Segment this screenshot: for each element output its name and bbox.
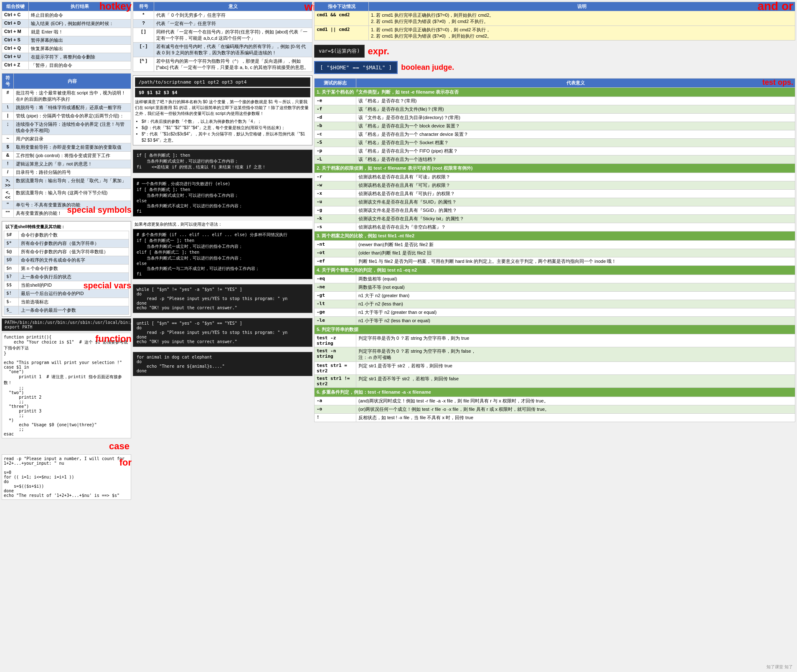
special-var-row: $0命令程序的文件名或命令的名字 xyxy=(4,256,129,265)
special-var-desc: 上一条命令的最后一个参数 xyxy=(19,306,129,315)
special-var-row: $n第 n 个命令行参数 xyxy=(4,265,129,273)
hotkey-key: Ctrl + U xyxy=(2,53,29,61)
special-var-name: $$ xyxy=(4,281,19,290)
hotkey-row: Ctrl + Q恢复屏幕的输出 xyxy=(2,45,131,53)
special-var-name: $! xyxy=(4,290,19,298)
andor-section: 指令下达情况 说明 cmd1 && cmd21. 若 cmd1 执行完毕且正确执… xyxy=(314,2,795,41)
hotkey-section: 组合按键 执行结果 Ctrl + C终止目前的命令Ctrl + D输入结束 (E… xyxy=(2,2,131,70)
test-ops-section-title: 1. 关于某个档名的『文件类型』判断，如 test -e filename 表示… xyxy=(315,88,795,97)
wildcard-col2-header: 意义 xyxy=(154,2,312,11)
test-ops-flag: -gt xyxy=(315,292,356,300)
symbol-desc: 取用变量前导符：亦即是变量之前需要加的变量取值 xyxy=(14,143,131,152)
test-ops-row: -d该『文件名』是否存在且为目录(directory)？(常用) xyxy=(315,114,795,122)
args-bullet-1: $#：代表后接的参数「个数」，以上表为例参数的个数为「4」； xyxy=(142,118,310,125)
test-ops-meaning: 侦测该文件名是否存在且具有『SGID』的属性？ xyxy=(356,206,795,215)
test-ops-section-title: 2. 关于档案的权限侦测，如 test -r filename 表示可读否 (r… xyxy=(315,164,795,173)
if-else-code: # 一个条件判断，分成功进行与失败进行 (else) if [ 条件判断式 ];… xyxy=(133,178,312,216)
test-ops-table: 测试的标志 代表意义 1. 关于某个档名的『文件类型』判断，如 test -e … xyxy=(314,78,795,422)
test-ops-meaning: 该『档名』是否存在且为一个连结档？ xyxy=(356,155,795,164)
hotkey-desc: 暂停屏幕的输出 xyxy=(29,36,131,45)
wildcard-char: ? xyxy=(133,20,154,28)
test-ops-section-title: 4. 关于两个整数之间的判定，例如 test n1 -eq n2 xyxy=(315,266,795,275)
test-ops-meaning: 判定 str1 是否等于 str2 ，若相等，则回传 true xyxy=(356,362,795,375)
test-ops-label: test ops. xyxy=(762,78,793,87)
symbol-desc: 数据流重导向：输出导向，分别是「取代」与「累加」 xyxy=(14,177,131,189)
andor-row: cmd1 && cmd21. 若 cmd1 执行完毕且正确执行($?=0)，则开… xyxy=(315,11,795,26)
special-vars-title: 以下是shell特殊变量及其功能： xyxy=(4,223,129,231)
symbol-char: / xyxy=(2,168,14,177)
test-ops-flag: test str1 = str2 xyxy=(315,362,356,375)
test-ops-row: -p该『档名』是否存在且为一个 FIFO (pipe) 档案？ xyxy=(315,147,795,155)
wildcard-row: *代表「 0 个到无穷多个」任意字符 xyxy=(133,11,312,20)
test-ops-section-title: 3. 两个档案之间的比较，例如 test file1 -nt file2 xyxy=(315,232,795,241)
test-ops-meaning: 侦测该档名是否存在且具有『可执行』的权限？ xyxy=(356,190,795,198)
test-ops-flag: -o xyxy=(315,405,356,414)
symbol-row: >, >>数据流重导向：输出导向，分别是「取代」与「累加」 xyxy=(2,177,131,189)
test-ops-flag: -ot xyxy=(315,249,356,257)
column-3: 指令下达情况 说明 cmd1 && cmd21. 若 cmd1 执行完毕且正确执… xyxy=(314,2,795,670)
test-ops-row: -c该『档名』是否存在且为一个 character device 装置？ xyxy=(315,130,795,139)
test-ops-meaning: 判断 file1 与 file2 是否为同一档案，可用在判断 hard link… xyxy=(356,257,795,266)
test-ops-flag: -x xyxy=(315,190,356,198)
symbol-desc: 连续指令下达分隔符：连续性命令的界定 (注意！与管线命令并不相同) xyxy=(14,120,131,135)
special-vars-section: 以下是shell特殊变量及其功能： $#命令行参数的个数$*所有命令行参数的内容… xyxy=(2,221,131,317)
test-ops-flag: -le xyxy=(315,317,356,325)
expr-bool-section: var=$(运算内容) expr. xyxy=(314,45,795,58)
test-ops-flag: -w xyxy=(315,181,356,190)
test-ops-section-header: 6. 多重条件判定，例如：test -r filename -a -x file… xyxy=(315,388,795,397)
test-ops-row: -g侦测该文件名是否存在且具有『SGID』的属性？ xyxy=(315,206,795,215)
symbol-char: # xyxy=(2,89,14,104)
path-export-block: PATH=/bin:/sbin:/usr/bin:/usr/sbin:/usr/… xyxy=(2,318,131,331)
test-ops-row: -eq两数值相等 (equal) xyxy=(315,275,795,283)
test-ops-meaning: (and)两状况同时成立！例如 test -r file -a -x file，… xyxy=(356,397,795,405)
if-elif-code: # 多个条件判断 (if ... elif ... elif ... else)… xyxy=(133,229,312,279)
test-ops-row: -nt(newer than)判断 file1 是否比 file2 新 xyxy=(315,241,795,249)
wildcard-desc: 代表「一定有一个」任意字符 xyxy=(154,20,312,28)
if-elif-desc: 如果考虑更复杂的情况，则可以使用这个语法： xyxy=(133,221,312,228)
special-var-row: $#命令行参数的个数 xyxy=(4,231,129,239)
symbol-row: $取用变量前导符：亦即是变量之前需要加的变量取值 xyxy=(2,143,131,152)
test-ops-row: test -n string判定字符串是否为 0 ？若 string 为空字符串… xyxy=(315,347,795,362)
symbol-row: \跳脱符号：将「特殊字符或通配符」还原成一般字符 xyxy=(2,104,131,112)
test-ops-meaning: n1 大于等于 n2 (greater than or equal) xyxy=(356,308,795,317)
expr-label: expr. xyxy=(368,46,389,57)
special-var-row: $@所有命令行参数的内容（值为字符串数组） xyxy=(4,248,129,256)
test-ops-row: -b该『档名』是否存在且为一个 block device 装置？ xyxy=(315,122,795,130)
test-ops-meaning: n1 小于 n2 (less than) xyxy=(356,300,795,308)
special-vars-label: special vars xyxy=(81,280,133,291)
hotkey-key: Ctrl + S xyxy=(2,36,29,45)
test-ops-row: -x侦测该档名是否存在且具有『可执行』的权限？ xyxy=(315,190,795,198)
test-ops-flag: -f xyxy=(315,105,356,114)
test-ops-section-header: 2. 关于档案的权限侦测，如 test -r filename 表示可读否 (r… xyxy=(315,164,795,173)
function-section: function printit(){ echo "Your choice is… xyxy=(2,333,131,438)
hotkey-row: Ctrl + D输入结束 (EOF)，例如邮件结束的时候： xyxy=(2,20,131,28)
for-label: for xyxy=(118,456,133,469)
hotkey-row: Ctrl + U在提示字符下，将整列命令删除 xyxy=(2,53,131,61)
test-ops-col2-header: 代表意义 xyxy=(356,79,795,88)
bool-label: boolean judge. xyxy=(401,63,454,72)
special-symbols-label: special symbols xyxy=(65,204,133,216)
andor-table: 指令下达情况 说明 cmd1 && cmd21. 若 cmd1 执行完毕且正确执… xyxy=(314,2,795,41)
test-ops-row: !反相状态，如 test ! -x file，当 file 不具有 x 时，回传… xyxy=(315,414,795,422)
wildcard-char: * xyxy=(133,11,154,20)
test-ops-meaning: 侦测该档名是否存在且为『非空白档案』？ xyxy=(356,223,795,232)
test-ops-row: test str1 != str2判定 str1 是否不等于 str2 ，若相等… xyxy=(315,375,795,388)
test-ops-meaning: (older than)判断 file1 是否比 file2 旧 xyxy=(356,249,795,257)
test-ops-flag: -ge xyxy=(315,308,356,317)
test-ops-row: -e该『档名』是否存在？(常用) xyxy=(315,97,795,105)
while-section: while [ "$yn" != "yes" -a "$yn" != "YES"… xyxy=(133,283,312,314)
args-bullet-3: $*：代表「"$1c$2c$3c$4"」，其中 c 为分隔字符，默认为空格键，所… xyxy=(142,131,310,143)
andor-col2-header: 说明 xyxy=(369,2,795,11)
hotkey-key: Ctrl + Q xyxy=(2,45,29,53)
test-ops-meaning: 该『档名』是否存在且为一个 character device 装置？ xyxy=(356,130,795,139)
test-ops-meaning: 该『文件名』是否存在且为目录(directory)？(常用) xyxy=(356,114,795,122)
test-ops-meaning: 侦测该文件名是否存在且具有『Sticky bit』的属性？ xyxy=(356,215,795,223)
test-ops-flag: -ef xyxy=(315,257,356,266)
test-ops-row: -gen1 大于等于 n2 (greater than or equal) xyxy=(315,308,795,317)
symbol-char: ; xyxy=(2,120,14,135)
symbol-row: &工作控制 (job control)：将指令变成背景下工作 xyxy=(2,152,131,160)
test-ops-flag: test str1 != str2 xyxy=(315,375,356,388)
symbol-desc: 跳脱符号：将「特殊字符或通配符」还原成一般字符 xyxy=(14,104,131,112)
symbol-desc: 管线 (pipe)：分隔两个管线命令的界定(后两节介绍)： xyxy=(14,112,131,120)
andor-col1-header: 指令下达情况 xyxy=(315,2,369,11)
